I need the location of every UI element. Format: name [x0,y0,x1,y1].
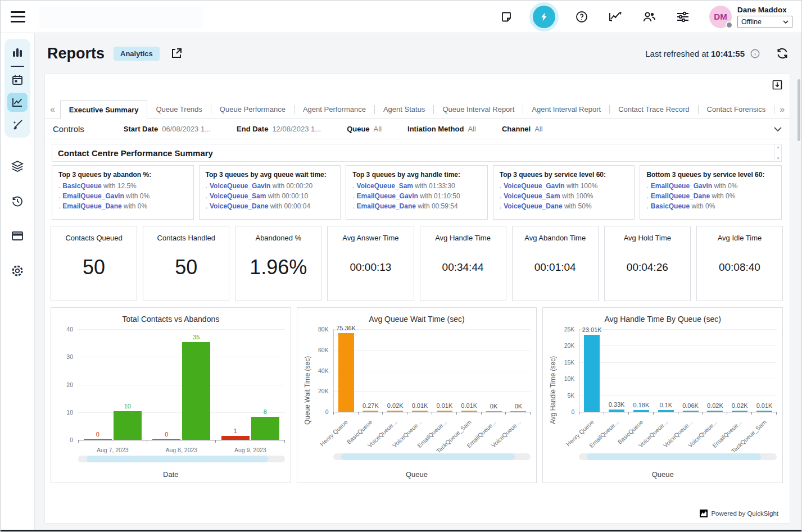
open-external-button[interactable] [170,47,183,60]
bar[interactable]: 8 [251,417,279,440]
queue-link[interactable]: VoiceQueue_Dane [504,202,562,210]
tab-agent-status[interactable]: Agent Status [375,100,433,119]
tab-queue-performance[interactable]: Queue Performance [211,100,294,119]
filter-channel[interactable]: ChannelAll [502,125,543,133]
insight-item: .EmailQueue_Dane with 0% [58,202,187,210]
insight-card: Top 3 queues by avg queue wait time:.Voi… [199,165,341,220]
queue-link[interactable]: VoiceQueue_Gavin [504,182,565,190]
bar[interactable]: 0.01K [437,411,452,412]
bar[interactable]: 35 [182,342,210,440]
bar[interactable]: 0.01K [756,411,772,412]
bar[interactable]: 23.01K [584,335,600,412]
insight-item: .VoiceQueue_Sam with 00:00:10 [206,192,334,200]
help-icon[interactable] [574,10,589,24]
bar[interactable]: 10 [114,411,142,440]
queue-link[interactable]: VoiceQueue_Sam [357,182,414,190]
queue-link[interactable]: EmailQueue_Dane [62,202,121,210]
queue-link[interactable]: VoiceQueue_Sam [210,192,266,200]
status-select[interactable]: Offline [737,16,792,28]
chart-title: Avg Handle Time By Queue (sec) [549,315,777,324]
quick-connect-bolt-icon[interactable] [533,6,555,28]
bar[interactable]: 0K [486,411,502,412]
bar-slot: 0.01K [432,329,457,412]
tabs-scroll-left-icon[interactable]: « [45,104,60,119]
bar-value-label: 35 [193,334,200,340]
tab-queue-interval-report[interactable]: Queue Interval Report [434,100,523,119]
queue-link[interactable]: EmailQueue_Dane [651,192,710,200]
chart-horizontal-scrollbar[interactable] [579,453,777,460]
bar[interactable]: 0 [84,439,112,440]
sidebar-item-settings[interactable] [7,261,28,280]
plot-area: 020K40K60K80K75.36K0.27K0.02K0.01K0.01K0… [333,329,531,412]
bar[interactable]: 75.36K [338,333,354,412]
analytics-badge: Analytics [114,47,160,61]
sidebar-divider [11,66,24,67]
queue-link[interactable]: VoiceQueue_Gavin [210,182,271,190]
controls-collapse-icon[interactable] [774,127,782,131]
bar[interactable]: 0.27K [363,411,378,412]
y-tick: 60K [318,347,329,353]
queue-link[interactable]: EmailQueue_Dane [357,202,416,210]
tab-agent-performance[interactable]: Agent Performance [294,100,374,119]
filter-end-date[interactable]: End Date12/08/2023 1... [237,125,321,133]
window-icon [11,230,24,242]
bar[interactable]: 0.01K [461,411,477,412]
bar[interactable]: 0.01K [412,411,428,412]
sidebar-item-brush[interactable] [7,115,28,134]
bar[interactable]: 0.02K [707,411,723,412]
queue-link[interactable]: EmailQueue_Gavin [357,192,418,200]
queue-link[interactable]: BasicQueue [651,202,690,210]
queue-link[interactable]: EmailQueue_Gavin [62,192,124,200]
sidebar-item-history[interactable] [7,192,28,211]
filter-intiation-method[interactable]: Intiation MethodAll [407,125,476,133]
queue-link[interactable]: BasicQueue [62,182,101,190]
insight-card-title: Top 3 queues by abandon %: [58,171,187,179]
notes-icon[interactable] [499,10,514,24]
agents-icon[interactable] [642,10,656,24]
summary-scrollbar[interactable]: ▲▼ [774,144,781,161]
bar[interactable]: 1 [221,436,250,440]
bar[interactable]: 0.18K [633,410,649,412]
metrics-icon[interactable] [608,10,623,24]
user-name: Dane Maddox [737,6,792,14]
tab-agent-interval-report[interactable]: Agent Interval Report [523,100,609,119]
sidebar-item-bar-chart[interactable] [7,43,28,62]
filter-queue[interactable]: QueueAll [347,125,382,133]
bar[interactable]: 0 [152,439,180,440]
sidebar-item-window[interactable] [7,226,28,245]
refresh-button[interactable] [776,47,789,60]
download-button[interactable] [772,79,783,90]
kpi-value: 00:00:13 [350,242,391,301]
sidebar-item-layers[interactable] [7,157,28,176]
tab-queue-trends[interactable]: Queue Trends [147,100,210,119]
bar[interactable]: 0.06K [683,411,699,412]
filter-start-date[interactable]: Start Date06/08/2023 1... [124,125,211,133]
chart-horizontal-scrollbar[interactable] [78,456,285,462]
insight-item: .VoiceQueue_Gavin with 100% [500,182,628,190]
bar[interactable]: 0.1K [658,410,674,412]
bar[interactable]: 0K [510,411,526,412]
queue-link[interactable]: VoiceQueue_Dane [210,202,268,210]
bar[interactable]: 0.02K [387,411,403,412]
tab-contact-forensics[interactable]: Contact Forensics [699,100,774,119]
sidebar-item-calendar[interactable] [7,70,28,89]
hamburger-menu-icon[interactable] [11,11,25,22]
insight-item: .VoiceQueue_Dane with 00:00:04 [206,202,334,210]
queue-link[interactable]: VoiceQueue_Sam [504,192,560,200]
kpi-value: 00:04:26 [627,242,668,301]
bar-value-label: 0.27K [363,402,379,409]
queue-link[interactable]: EmailQueue_Gavin [651,182,712,190]
sidebar-item-line-chart[interactable] [7,93,28,112]
tab-executive-summary[interactable]: Executive Summary [60,100,148,119]
info-icon[interactable] [750,49,760,58]
bar[interactable]: 0.33K [609,410,624,412]
preferences-icon[interactable] [676,10,690,24]
bar-slot: 18 [216,329,285,440]
bar[interactable]: 0.02K [732,411,747,412]
page-scrollbar[interactable] [798,79,800,141]
tabs-scroll-right-icon[interactable]: » [774,104,790,119]
avatar[interactable]: DM [709,6,732,28]
chart-title: Avg Queue Wait Time (sec) [303,315,531,324]
tab-contact-trace-record[interactable]: Contact Trace Record [610,100,697,119]
chart-horizontal-scrollbar[interactable] [333,453,531,460]
